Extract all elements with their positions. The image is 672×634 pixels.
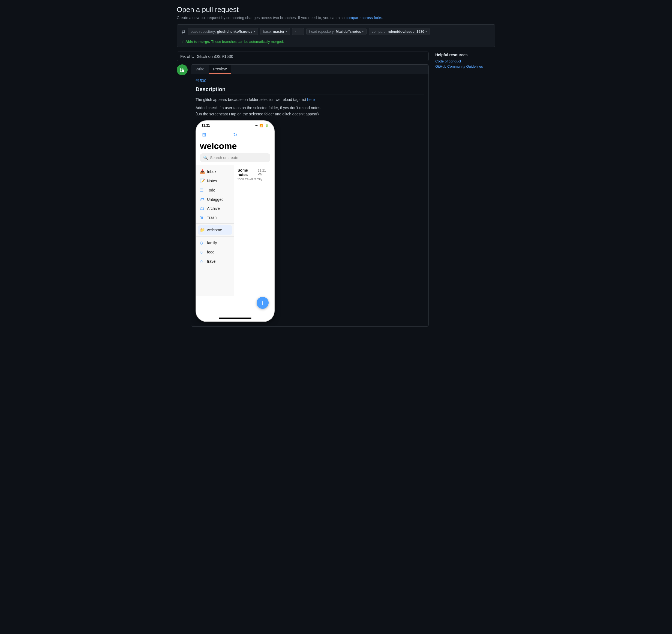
- phone-sidebar-divider: [196, 224, 234, 224]
- phone-body: 📥 Inbox 📝 Notes ☰: [196, 165, 274, 296]
- description-paragraph1: The glitch appears because on folder sel…: [195, 97, 424, 102]
- merge-icon: ⇄: [182, 29, 186, 34]
- sidebar-item-untagged[interactable]: 🏷 Untagged: [196, 195, 234, 204]
- phone-search-placeholder: Search or create: [210, 156, 238, 160]
- untagged-icon: 🏷: [200, 197, 205, 202]
- phone-status-bar: 11:21 ··· 📶 🔋: [196, 121, 274, 128]
- page-title: Open a pull request: [177, 5, 495, 14]
- phone-action-icon[interactable]: ↻: [231, 131, 239, 139]
- phone-search-icon: 🔍: [203, 156, 208, 160]
- phone-more-icon[interactable]: ···: [262, 131, 270, 139]
- sidebar-item-travel[interactable]: ◇ travel: [196, 257, 234, 266]
- phone-bottom-bar: [196, 315, 274, 321]
- branch-bar: ⇄ base repository: glushchenko/fsnotes ▾…: [177, 24, 495, 47]
- resources-title: Helpful resources: [435, 53, 495, 57]
- tab-preview[interactable]: Preview: [209, 65, 231, 74]
- sidebar-item-todo[interactable]: ☰ Todo: [196, 186, 234, 195]
- phone-sidebar-toggle[interactable]: ⊞: [200, 131, 208, 139]
- phone-note-item[interactable]: Some notes 11:21 PM food travel family: [234, 165, 274, 184]
- pr-title-input[interactable]: [177, 51, 429, 61]
- compare-branch-select[interactable]: compare: ndemidov/issue_1530 ▾: [369, 28, 430, 35]
- sidebar-item-family[interactable]: ◇ family: [196, 238, 234, 248]
- editor-preview-content: #1530 Description The glitch appears bec…: [191, 74, 429, 326]
- phone-mockup: 11:21 ··· 📶 🔋 ⊞ ↻: [195, 120, 274, 322]
- tab-write[interactable]: Write: [191, 65, 209, 74]
- note-preview: food travel family: [238, 177, 271, 181]
- pr-form: Write Preview #1530 Description The glit…: [177, 51, 429, 327]
- svg-rect-2: [183, 68, 184, 70]
- compare-forks-link[interactable]: compare across forks.: [345, 16, 383, 20]
- phone-footer: +: [196, 296, 274, 315]
- helpful-resources-sidebar: Helpful resources Code of conduct GitHub…: [435, 51, 495, 70]
- phone-sidebar: 📥 Inbox 📝 Notes ☰: [196, 165, 234, 296]
- svg-rect-3: [181, 70, 182, 71]
- editor-container: Write Preview #1530 Description The glit…: [191, 64, 429, 327]
- merge-status: ✓ Able to merge. These branches can be a…: [182, 40, 490, 44]
- phone-time: 11:21: [201, 123, 210, 127]
- phone-app-title: welcome: [196, 141, 274, 153]
- sidebar-item-welcome[interactable]: 📁 welcome: [198, 225, 232, 235]
- base-repo-select[interactable]: base repository: glushchenko/fsnotes ▾: [188, 28, 258, 35]
- page-subtitle: Create a new pull request by comparing c…: [177, 16, 495, 20]
- issue-link[interactable]: #1530: [195, 78, 206, 83]
- arrow-button: ← ···: [292, 28, 304, 35]
- svg-rect-1: [181, 68, 182, 70]
- code-of-conduct-link[interactable]: Code of conduct: [435, 59, 495, 63]
- sidebar-item-trash[interactable]: 🗑 Trash: [196, 213, 234, 222]
- note-time: 11:21 PM: [258, 169, 271, 176]
- fab-button[interactable]: +: [257, 297, 269, 309]
- folder-icon: 📁: [200, 228, 205, 232]
- editor-tabs: Write Preview: [191, 65, 429, 74]
- home-indicator: [219, 318, 251, 319]
- tag-travel-icon: ◇: [200, 259, 205, 264]
- description-paragraph2: Added check if a user taps on the select…: [195, 105, 424, 117]
- sidebar-item-archive[interactable]: 🗃 Archive: [196, 204, 234, 213]
- note-title: Some notes: [238, 168, 258, 177]
- tag-food-icon: ◇: [200, 250, 205, 255]
- phone-notes-list: Some notes 11:21 PM food travel family: [234, 165, 274, 296]
- base-branch-select[interactable]: base: master ▾: [260, 28, 290, 35]
- inbox-icon: 📥: [200, 169, 205, 174]
- archive-icon: 🗃: [200, 206, 205, 211]
- sidebar-item-food[interactable]: ◇ food: [196, 248, 234, 257]
- head-repo-select[interactable]: head repository: Mazide/fsnotes ▾: [306, 28, 366, 35]
- phone-status-icons: ··· 📶 🔋: [255, 124, 269, 127]
- sidebar-item-inbox[interactable]: 📥 Inbox: [196, 167, 234, 176]
- notes-icon: 📝: [200, 179, 205, 183]
- trash-icon: 🗑: [200, 215, 205, 219]
- description-heading: Description: [195, 86, 424, 94]
- todo-icon: ☰: [200, 188, 205, 193]
- here-link[interactable]: here: [307, 97, 315, 102]
- phone-header: ⊞ ↻ ···: [196, 128, 274, 141]
- tag-family-icon: ◇: [200, 240, 205, 245]
- sidebar-item-notes[interactable]: 📝 Notes: [196, 176, 234, 186]
- phone-content: ⊞ ↻ ··· welcome 🔍 Search or create: [196, 128, 274, 321]
- community-guidelines-link[interactable]: GitHub Community Guidelines: [435, 64, 495, 69]
- phone-search-bar[interactable]: 🔍 Search or create: [200, 153, 270, 162]
- avatar: [177, 64, 188, 75]
